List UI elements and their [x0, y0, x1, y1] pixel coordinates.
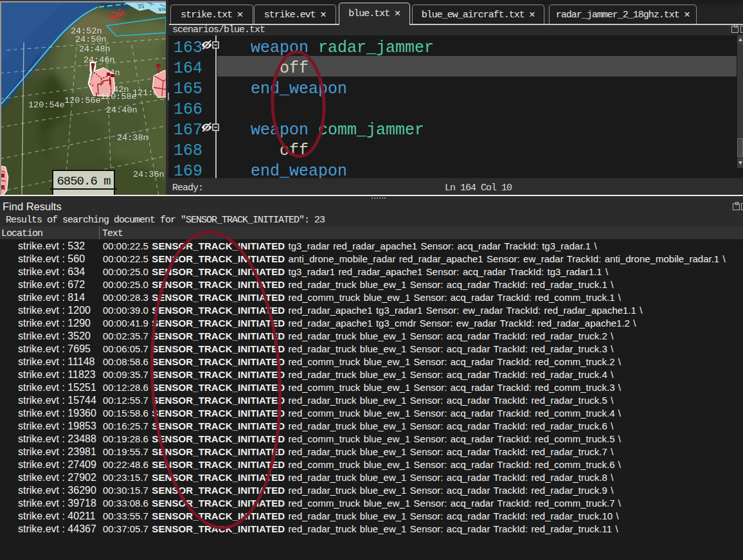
svg-text:29: 29 — [159, 6, 165, 12]
svg-text:24:46n: 24:46n — [84, 55, 115, 65]
svg-text:24:40n: 24:40n — [106, 105, 138, 115]
svg-text:24: 24 — [138, 4, 145, 10]
svg-text:6850.6 m: 6850.6 m — [57, 174, 111, 188]
svg-text:24:38n: 24:38n — [117, 133, 148, 143]
svg-text:120:54e: 120:54e — [28, 100, 65, 110]
svg-text:24:48n: 24:48n — [79, 44, 111, 54]
svg-text:120:56e: 120:56e — [64, 96, 101, 105]
svg-text:24:50n: 24:50n — [75, 35, 107, 44]
svg-text:120:58e: 120:58e — [100, 92, 137, 102]
svg-text:24:36n: 24:36n — [133, 170, 165, 179]
